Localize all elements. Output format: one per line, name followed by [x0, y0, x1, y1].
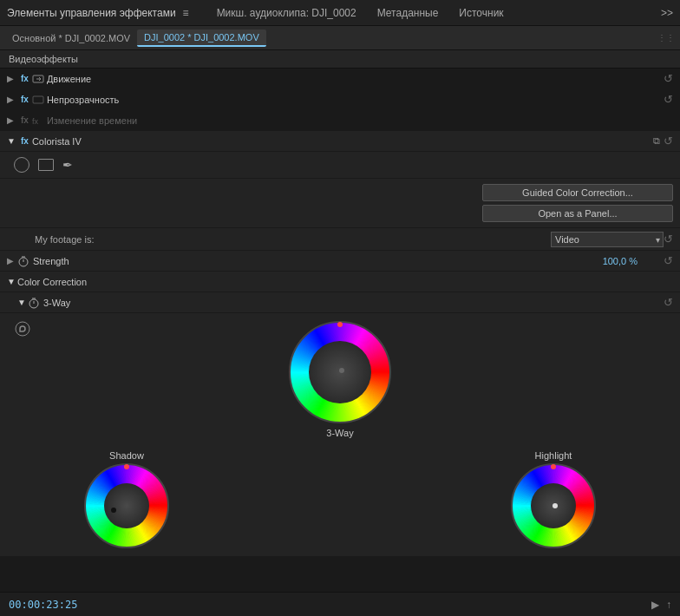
- svg-rect-1: [33, 96, 43, 103]
- midtone-wheel-container: 3-Way: [288, 320, 392, 440]
- fx-badge-colorista: fx: [21, 136, 29, 146]
- midtone-row: 3-Way: [288, 320, 392, 440]
- strength-row: ▶ Strength 100,0 % ↺: [0, 251, 680, 272]
- effect-row-motion: ▶ fx Движение ↺: [0, 69, 680, 89]
- clip-tabs: Основной * DJI_0002.MOV DJI_0002 * DJI_0…: [0, 26, 680, 50]
- strength-value: 100,0 %: [336, 256, 638, 266]
- header: Элементы управления эффектами ≡ Микш. ау…: [0, 0, 680, 26]
- tool-circle[interactable]: [14, 157, 29, 173]
- midtone-label: 3-Way: [326, 428, 353, 438]
- threeway-header: ▼ 3-Way ↺: [0, 292, 680, 313]
- highlight-wheel[interactable]: [510, 462, 597, 549]
- reset-motion[interactable]: ↺: [664, 72, 673, 85]
- color-correction-label: Color Correction: [17, 277, 673, 287]
- chevron-threeway[interactable]: ▼: [17, 298, 28, 307]
- export-button[interactable]: ↑: [666, 599, 671, 611]
- clip-tab-2[interactable]: DJI_0002 * DJI_0002.MOV: [137, 29, 266, 47]
- tabs-scroll-indicator: ⋮⋮: [657, 33, 675, 43]
- fx-badge-time: fx: [21, 115, 29, 125]
- tool-rect[interactable]: [38, 159, 54, 171]
- reset-opacity[interactable]: ↺: [664, 93, 673, 106]
- header-tab-metadata[interactable]: Метаданные: [367, 7, 449, 19]
- reset-threeway[interactable]: ↺: [664, 296, 673, 309]
- midtone-wheel[interactable]: [288, 320, 392, 424]
- fx-badge-motion: fx: [21, 74, 29, 83]
- colorista-header: ▼ fx Colorista IV ⧉ ↺: [0, 131, 680, 152]
- chevron-opacity[interactable]: ▶: [7, 95, 17, 104]
- effect-row-time: ▶ fx fx Изменение времени: [0, 110, 680, 131]
- chevron-strength[interactable]: ▶: [7, 256, 17, 265]
- threeway-label: 3-Way: [43, 298, 664, 308]
- wheels-area: 3-Way Shadow Highlight: [0, 313, 680, 556]
- chevron-time[interactable]: ▶: [7, 115, 17, 125]
- strength-label: Strength: [33, 256, 336, 266]
- colorista-buttons: Guided Color Correction... Open as a Pan…: [0, 179, 680, 228]
- reset-colorista[interactable]: ↺: [664, 134, 673, 147]
- highlight-label: Highlight: [535, 450, 572, 461]
- effect-name-motion: Движение: [47, 74, 664, 84]
- open-as-panel-button[interactable]: Open as a Panel...: [482, 205, 673, 222]
- footage-select-wrapper[interactable]: Video Film LOG: [551, 232, 664, 247]
- chevron-colorista[interactable]: ▼: [7, 136, 17, 146]
- svg-text:fx: fx: [32, 117, 39, 125]
- bottom-wheels-row: Shadow Highlight: [7, 447, 673, 549]
- effect-name-opacity: Непрозрачность: [47, 95, 664, 105]
- tool-pen[interactable]: ✒: [62, 158, 76, 172]
- highlight-wheel-container: Highlight: [510, 447, 597, 549]
- reset-strength[interactable]: ↺: [664, 254, 673, 267]
- effect-row-opacity: ▶ fx Непрозрачность ↺: [0, 89, 680, 110]
- wheels-reset-icon[interactable]: [14, 320, 31, 340]
- opacity-icon: [32, 94, 44, 106]
- color-correction-header: ▼ Color Correction: [0, 272, 680, 292]
- effect-name-colorista: Colorista IV: [32, 136, 653, 147]
- shadow-label: Shadow: [109, 450, 144, 461]
- stopwatch-icon: [17, 255, 29, 267]
- app-title: Элементы управления эффектами: [7, 7, 176, 19]
- timecode: 00:00:23:25: [9, 599, 77, 611]
- shadow-wheel[interactable]: [83, 462, 170, 549]
- video-effects-label: Видеоэффекты: [0, 50, 680, 69]
- colorista-tools: ✒: [0, 152, 680, 179]
- footage-select[interactable]: Video Film LOG: [551, 232, 664, 247]
- header-tab-source[interactable]: Источник: [448, 7, 513, 19]
- guided-color-correction-button[interactable]: Guided Color Correction...: [482, 184, 673, 201]
- footage-label: My footage is:: [35, 234, 551, 245]
- colorista-comp-icon[interactable]: ⧉: [653, 135, 660, 147]
- reset-footage[interactable]: ↺: [664, 233, 673, 246]
- fx-badge-opacity: fx: [21, 95, 29, 104]
- time-icon: fx: [32, 115, 44, 127]
- menu-icon[interactable]: ≡: [183, 7, 189, 19]
- clip-tab-1[interactable]: Основной * DJI_0002.MOV: [5, 30, 137, 46]
- effect-name-time: Изменение времени: [47, 115, 673, 126]
- play-button[interactable]: ▶: [651, 599, 659, 611]
- footer: 00:00:23:25 ▶ ↑: [0, 592, 680, 616]
- footage-row: My footage is: Video Film LOG ↺: [0, 228, 680, 251]
- svg-point-9: [16, 322, 29, 336]
- motion-icon: [32, 73, 44, 85]
- footer-controls: ▶ ↑: [651, 599, 671, 611]
- chevron-color-correction[interactable]: ▼: [7, 277, 17, 286]
- effects-scroll-container[interactable]: Видеоэффекты ▶ fx Движение ↺ ▶ fx Непроз…: [0, 50, 680, 597]
- expand-icon[interactable]: >>: [661, 7, 673, 19]
- chevron-motion[interactable]: ▶: [7, 74, 17, 83]
- header-tab-audio[interactable]: Микш. аудиоклипа: DJI_0002: [206, 7, 367, 19]
- shadow-wheel-container: Shadow: [83, 447, 170, 549]
- stopwatch-threeway-icon: [28, 297, 40, 309]
